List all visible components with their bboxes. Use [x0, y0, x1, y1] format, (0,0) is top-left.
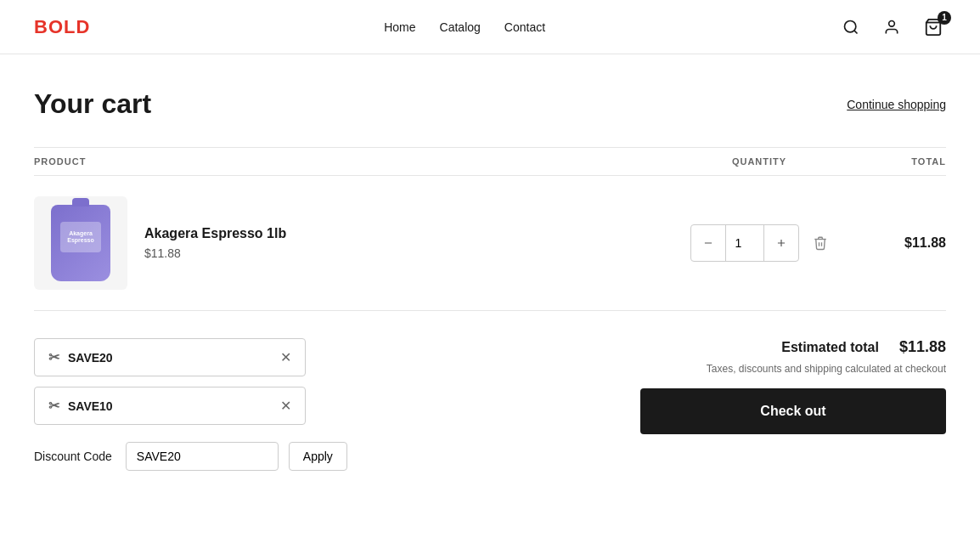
plus-icon — [775, 237, 787, 249]
nav-catalog[interactable]: Catalog — [440, 20, 481, 34]
discount-input-row: Discount Code Apply — [34, 442, 606, 471]
nav-home[interactable]: Home — [384, 20, 415, 34]
header-icons: 1 — [839, 14, 946, 40]
item-total: $11.88 — [844, 235, 946, 251]
cart-button[interactable]: 1 — [921, 14, 946, 40]
order-summary: Estimated total $11.88 Taxes, discounts … — [640, 338, 946, 434]
discount-tags: ✂ SAVE20 ✕ ✂ SAVE10 ✕ — [34, 338, 306, 425]
product-image-label: AkageraEspresso — [60, 222, 101, 252]
qty-wrapper — [690, 224, 799, 262]
cart-item: AkageraEspresso Akagera Espresso 1lb $11… — [34, 176, 946, 311]
tax-note: Taxes, discounts and shipping calculated… — [640, 363, 946, 375]
column-product: PRODUCT — [34, 156, 674, 167]
main-nav: Home Catalog Contact — [384, 20, 545, 34]
logo[interactable]: BOLD — [34, 16, 90, 38]
minus-icon — [702, 237, 714, 249]
item-info: Akagera Espresso 1lb $11.88 — [144, 226, 674, 260]
tag-remove-save20-button[interactable]: ✕ — [280, 349, 291, 365]
nav-contact[interactable]: Contact — [504, 20, 545, 34]
discount-tag-save20: ✂ SAVE20 ✕ — [34, 338, 306, 376]
svg-point-2 — [889, 20, 895, 26]
svg-line-1 — [854, 30, 858, 33]
search-button[interactable] — [839, 15, 863, 39]
quantity-input[interactable] — [725, 225, 764, 261]
checkout-button[interactable]: Check out — [640, 388, 946, 434]
item-price: $11.88 — [144, 246, 674, 260]
tag-scissors-icon-1: ✂ — [48, 349, 59, 365]
cart-count: 1 — [938, 11, 951, 25]
quantity-decrease-button[interactable] — [691, 225, 725, 261]
svg-point-0 — [844, 20, 855, 31]
cart-title: Your cart — [34, 88, 151, 120]
trash-icon — [813, 235, 828, 251]
item-image: AkageraEspresso — [34, 196, 127, 290]
column-total: TOTAL — [844, 156, 946, 167]
main-content: Your cart Continue shopping PRODUCT QUAN… — [0, 54, 980, 488]
estimated-total-label: Estimated total — [781, 340, 879, 355]
apply-discount-button[interactable]: Apply — [289, 442, 347, 471]
account-button[interactable] — [880, 15, 904, 39]
header: BOLD Home Catalog Contact 1 — [0, 0, 980, 54]
cart-bottom: ✂ SAVE20 ✕ ✂ SAVE10 ✕ Discount Code Appl… — [34, 311, 946, 471]
discount-section: ✂ SAVE20 ✕ ✂ SAVE10 ✕ Discount Code Appl… — [34, 338, 606, 471]
estimated-total-value: $11.88 — [899, 338, 946, 356]
item-name: Akagera Espresso 1lb — [144, 226, 674, 241]
continue-shopping-link[interactable]: Continue shopping — [847, 98, 946, 111]
tag-label-1: SAVE20 — [68, 351, 272, 365]
cart-header: Your cart Continue shopping — [34, 88, 946, 120]
quantity-increase-button[interactable] — [764, 225, 798, 261]
estimated-total-row: Estimated total $11.88 — [640, 338, 946, 356]
search-icon — [842, 19, 859, 36]
table-header: PRODUCT QUANTITY TOTAL — [34, 147, 946, 176]
quantity-controls — [674, 224, 844, 262]
tag-remove-save10-button[interactable]: ✕ — [280, 398, 291, 414]
product-image-illustration: AkageraEspresso — [51, 205, 110, 281]
logo-text: BOLD — [34, 16, 90, 38]
tag-label-2: SAVE10 — [68, 399, 272, 413]
delete-item-button[interactable] — [813, 235, 828, 251]
discount-code-label: Discount Code — [34, 450, 112, 463]
column-quantity: QUANTITY — [674, 156, 844, 167]
account-icon — [883, 19, 900, 36]
discount-tag-save10: ✂ SAVE10 ✕ — [34, 387, 306, 425]
tag-scissors-icon-2: ✂ — [48, 398, 59, 414]
discount-code-input[interactable] — [126, 442, 279, 471]
